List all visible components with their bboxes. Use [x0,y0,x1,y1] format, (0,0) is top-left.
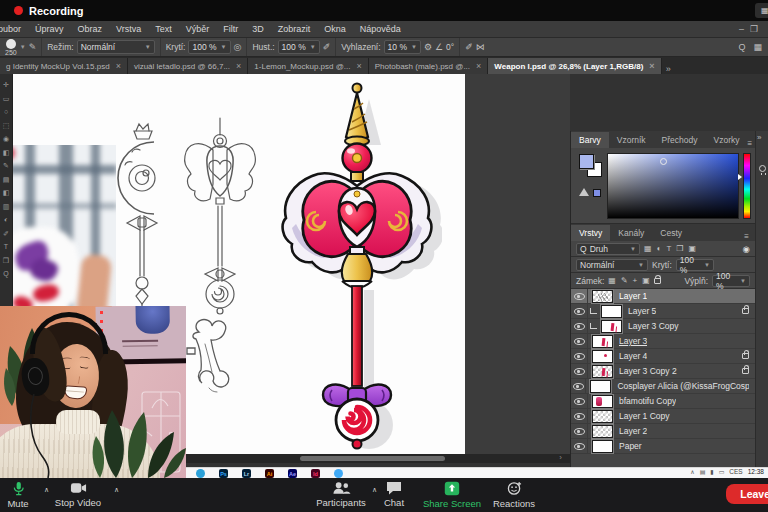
image-icon[interactable]: ▦ [644,244,652,253]
layer-visibility-toggle[interactable] [571,409,588,423]
layer-thumbnail[interactable] [592,425,613,438]
brush-tool-icon[interactable]: ✎ [3,159,9,173]
flow-select[interactable]: 100 %▼ [278,40,320,54]
tab-vzorky[interactable]: Vzorky [705,132,747,148]
scrollbar-thumb[interactable] [300,456,445,461]
position-icon[interactable]: + [633,276,638,285]
layer-name[interactable]: Cosplayer Alicia (@KissaFrogCosplay) [617,381,749,391]
menu-text[interactable]: Text [148,24,179,34]
layer-visibility-toggle[interactable] [571,379,586,393]
eyedropper-tool-icon[interactable]: ◉ [3,132,9,146]
tray-display-icon[interactable]: ▤ [700,468,706,475]
taskbar-app-indesign[interactable]: Id [311,469,320,478]
collapse-panels-chevron[interactable]: » [757,133,761,142]
leave-button[interactable]: Leave [726,484,768,504]
heal-tool-icon[interactable]: ◧ [3,146,10,160]
panel-menu-icon[interactable]: ≡ [747,139,752,148]
tab-close-icon[interactable]: × [649,61,654,71]
scroll-right-arrow[interactable]: › [559,453,562,462]
menu-vrstva[interactable]: Vrstva [109,24,148,34]
layer-thumbnail[interactable] [601,305,622,318]
layer-row[interactable]: Layer 3 Copy 2 [571,364,755,379]
eraser-tool-icon[interactable]: ◧ [3,186,10,200]
layer-name[interactable]: Layer 3 [619,336,647,346]
gradient-tool-icon[interactable]: ▥ [3,200,10,214]
opacity-select[interactable]: 100 %▼ [188,40,230,54]
layer-row[interactable]: Layer 3 [571,334,755,349]
layer-thumbnail[interactable] [601,320,622,333]
layer-visibility-toggle[interactable] [571,439,588,453]
tab-přechody[interactable]: Přechody [654,132,706,148]
tab-barvy[interactable]: Barvy [571,132,609,148]
tab-vzorník[interactable]: Vzorník [609,132,654,148]
layer-visibility-toggle[interactable] [571,349,588,363]
symmetry-icon[interactable]: ⋈ [476,42,485,52]
taskbar-app-illustrator[interactable]: Ai [265,469,274,478]
mute-button[interactable]: Mute [0,481,40,509]
layer-row[interactable]: Layer 4 [571,349,755,364]
brush-panel-toggle-icon[interactable]: ✎ [29,42,37,52]
tab-close-icon[interactable]: × [357,61,362,71]
hue-marker[interactable] [738,174,742,180]
layer-name[interactable]: Layer 2 [619,426,647,436]
layer-name[interactable]: Layer 1 [619,291,647,301]
document-tab[interactable]: Photobash (male).psd @...× [369,58,489,74]
layer-thumbnail[interactable] [592,440,613,453]
tab-close-icon[interactable]: × [116,61,121,71]
layer-thumbnail[interactable] [592,290,613,303]
menu-nápověda[interactable]: Nápověda [353,24,408,34]
layer-row[interactable]: Cosplayer Alicia (@KissaFrogCosplay) [571,379,755,394]
artboard-icon[interactable]: ▣ [642,276,650,285]
foreground-color-swatch[interactable] [579,154,594,169]
menu-zobrazit[interactable]: Zobrazit [271,24,318,34]
layer-visibility-toggle[interactable] [571,364,588,378]
tab-cesty[interactable]: Cesty [652,225,690,241]
layer-visibility-toggle[interactable] [571,424,588,438]
document-tab[interactable]: vizuál letadlo.psd @ 66,7...× [128,58,248,74]
stop-video-button[interactable]: Stop Video [42,481,114,508]
layer-name[interactable]: Layer 3 Copy [628,321,679,331]
zoom-tool-icon[interactable]: Q [3,267,8,281]
workspace-switcher-icon[interactable]: ▦ [753,42,762,52]
clock[interactable]: 12:38 [748,468,764,475]
layer-row[interactable]: Layer 1 [571,289,755,304]
menu-okna[interactable]: Okna [317,24,353,34]
menu-úpravy[interactable]: Úpravy [28,24,71,34]
saturation-brightness-field[interactable] [607,153,739,219]
tab-close-icon[interactable]: × [476,61,481,71]
lasso-tool-icon[interactable]: ○ [4,105,8,119]
dodge-tool-icon[interactable]: ◐ [4,213,8,227]
fill-select[interactable]: 100 %▼ [712,275,750,287]
layer-thumbnail[interactable] [592,350,613,363]
transparent-pixels-icon[interactable]: ▦ [608,276,616,285]
color-cursor[interactable] [660,158,667,165]
shape-tool-icon[interactable]: ❒ [3,254,9,268]
layer-name[interactable]: Layer 5 [628,306,656,316]
hue-slider[interactable] [743,153,751,219]
menu-soubor[interactable]: Soubor [0,24,28,34]
shape-icon[interactable]: ❒ [676,244,683,253]
layer-visibility-toggle[interactable] [571,394,588,408]
smoothing-gear-icon[interactable]: ⚙ [424,42,432,52]
tab-close-icon[interactable]: × [236,61,241,71]
layer-thumbnail[interactable] [590,380,611,393]
layer-name[interactable]: Paper [619,441,642,451]
menu-obraz[interactable]: Obraz [71,24,110,34]
search-icon[interactable]: Q [738,42,745,52]
adjustment-icon[interactable]: ◐ [657,244,662,253]
brush-preset-picker[interactable]: 250 ▼ ✎ [0,38,42,56]
tab-kanály[interactable]: Kanály [610,225,652,241]
move-tool-icon[interactable]: ✛ [3,78,9,92]
mode-select[interactable]: Normální▼ [77,40,155,54]
zoom-view-button[interactable]: ▦ View [755,3,768,18]
taskbar-app-photoshop[interactable]: Ps [219,469,228,478]
tray-caret-icon[interactable]: ∧ [690,468,694,475]
participants-button[interactable]: Participants [306,481,376,508]
type-icon[interactable]: T [666,244,671,253]
taskbar-app-browser[interactable] [334,469,343,478]
lock-all-icon[interactable] [654,278,661,284]
pressure-size-icon[interactable]: ✐ [465,42,473,52]
tray-battery-icon[interactable]: ▭ [719,468,725,475]
airbrush-icon[interactable]: ✐ [323,42,331,52]
layer-thumbnail[interactable] [592,365,613,378]
